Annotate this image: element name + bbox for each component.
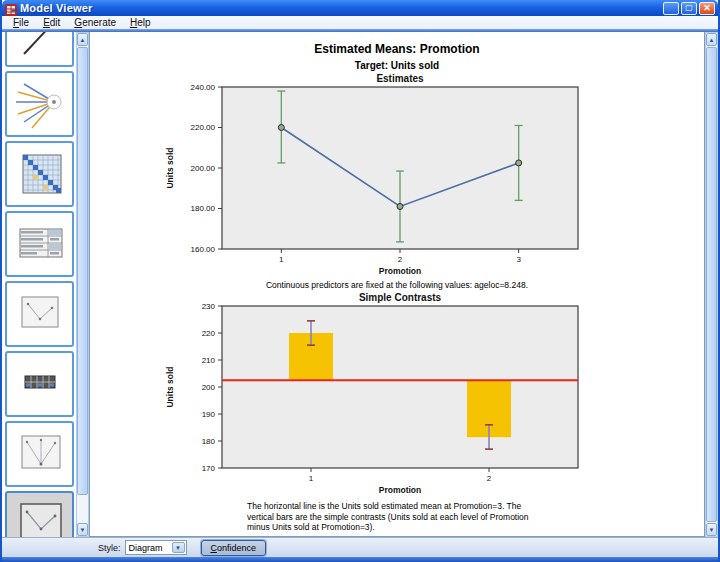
menu-generate[interactable]: Generate (67, 17, 123, 28)
svg-text:230: 230 (202, 302, 216, 311)
svg-text:200.00: 200.00 (191, 164, 216, 173)
style-dropdown-value: Diagram (129, 543, 163, 553)
scroll-up-icon: ▲ (709, 37, 715, 43)
menu-edit[interactable]: Edit (36, 17, 67, 28)
maximize-button[interactable]: ▢ (681, 2, 697, 15)
window-bottom-border (2, 557, 718, 562)
svg-text:2: 2 (398, 255, 403, 264)
thumbnail-coefficients-table[interactable] (5, 211, 74, 277)
scroll-down-icon: ▼ (80, 527, 86, 533)
estimates-chart: Estimates160.00180.00200.00220.00240.001… (162, 73, 632, 279)
estimates-footnote: Continuous predictors are fixed at the f… (162, 280, 632, 290)
menu-bar: File Edit Generate Help (2, 16, 718, 29)
svg-text:Simple Contrasts: Simple Contrasts (359, 292, 442, 303)
maximize-icon: ▢ (685, 4, 693, 12)
menu-file[interactable]: File (6, 17, 36, 28)
window-title: Model Viewer (20, 2, 663, 14)
menu-help[interactable]: Help (123, 17, 158, 28)
scroll-up-icon: ▲ (80, 37, 86, 43)
svg-text:200: 200 (202, 383, 216, 392)
effects-fan-icon (10, 426, 70, 482)
thumbnail-correlation-grid[interactable] (5, 141, 74, 207)
svg-text:2: 2 (487, 474, 492, 483)
sidebar-scroll-up-button[interactable]: ▲ (77, 33, 88, 46)
content-scrollbar[interactable]: ▲ ▼ (705, 32, 718, 537)
svg-text:220: 220 (202, 329, 216, 338)
thumbnail-single-effect-line[interactable] (5, 32, 74, 67)
svg-text:Promotion: Promotion (379, 485, 422, 495)
svg-text:170: 170 (202, 464, 216, 473)
contrasts-footnote: The horizontal line is the Units sold es… (247, 501, 547, 533)
bottom-toolbar: Style: Diagram ▼ Confidence (2, 537, 718, 557)
svg-text:240.00: 240.00 (191, 83, 216, 92)
svg-text:3: 3 (516, 255, 521, 264)
window-controls: _ ▢ ✕ (663, 2, 715, 15)
svg-text:Units sold: Units sold (165, 147, 175, 188)
model-summary-table-icon (10, 356, 70, 412)
sidebar-scrollbar-thumb[interactable] (77, 47, 88, 495)
estimated-means-selected-icon (10, 496, 70, 537)
thumbnail-effects-fan-chart[interactable] (5, 421, 74, 487)
simple-contrasts-chart: Simple Contrasts17018019020021022023012P… (162, 292, 632, 498)
thumbnail-estimated-means-chart[interactable] (5, 281, 74, 347)
svg-text:210: 210 (202, 356, 216, 365)
window-body: ▲ ▼ Estimated Means: Promotion Target: U… (2, 32, 718, 537)
close-icon: ✕ (703, 4, 711, 13)
minimize-icon: _ (669, 7, 673, 15)
correlation-grid-icon (10, 146, 70, 202)
coefficients-table-icon (10, 216, 70, 272)
svg-text:1: 1 (309, 474, 314, 483)
confidence-button[interactable]: Confidence (201, 540, 267, 556)
single-effect-line-icon (10, 32, 70, 62)
svg-text:Promotion: Promotion (379, 266, 422, 276)
content-scroll-up-button[interactable]: ▲ (706, 33, 717, 46)
content-pane: Estimated Means: Promotion Target: Units… (89, 32, 705, 537)
thumbnail-model-summary-table[interactable] (5, 351, 74, 417)
thumbnail-effects-starburst[interactable] (5, 71, 74, 137)
minimize-button[interactable]: _ (663, 2, 679, 15)
scroll-down-icon: ▼ (709, 527, 715, 533)
thumbnail-sidebar (2, 32, 76, 537)
content-scroll-down-button[interactable]: ▼ (706, 523, 717, 536)
svg-text:180.00: 180.00 (191, 204, 216, 213)
chevron-down-icon: ▼ (172, 542, 185, 553)
style-label: Style: (98, 543, 121, 553)
svg-text:160.00: 160.00 (191, 245, 216, 254)
svg-text:1: 1 (279, 255, 284, 264)
sidebar-scrollbar-track[interactable] (77, 496, 88, 523)
target-subtitle: Target: Units sold (355, 60, 439, 71)
effects-starburst-icon (10, 76, 70, 132)
sidebar-scroll-down-button[interactable]: ▼ (77, 523, 88, 536)
svg-text:Units sold: Units sold (165, 366, 175, 407)
titlebar[interactable]: Model Viewer _ ▢ ✕ (2, 0, 718, 16)
svg-text:180: 180 (202, 437, 216, 446)
thumbnail-estimated-means-selected[interactable] (5, 491, 74, 537)
app-icon (5, 2, 17, 14)
content-scrollbar-thumb[interactable] (706, 47, 717, 522)
svg-text:220.00: 220.00 (191, 123, 216, 132)
page-title: Estimated Means: Promotion (314, 42, 479, 56)
model-viewer-window: Model Viewer _ ▢ ✕ File Edit Generate He… (0, 0, 720, 562)
estimated-means-icon (10, 286, 70, 342)
close-button[interactable]: ✕ (699, 2, 715, 15)
style-dropdown[interactable]: Diagram ▼ (125, 540, 187, 555)
svg-text:190: 190 (202, 410, 216, 419)
sidebar-scrollbar[interactable]: ▲ ▼ (76, 32, 89, 537)
svg-text:Estimates: Estimates (376, 73, 424, 84)
